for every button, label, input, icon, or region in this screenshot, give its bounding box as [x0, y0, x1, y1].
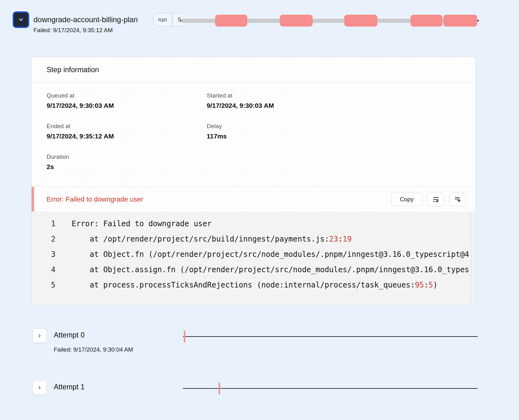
field-label: Started at: [207, 92, 461, 99]
step-info-fields: Queued at 9/17/2024, 9:30:03 AM Started …: [32, 83, 476, 187]
field-value: 9/17/2024, 9:35:12 AM: [47, 132, 207, 140]
line-text: Error: Failed to downgrade user: [72, 216, 212, 232]
field-label: Delay: [207, 123, 461, 130]
attempt-label: Attempt 1: [54, 383, 84, 391]
step-name: downgrade-account-billing-plan: [33, 14, 144, 26]
field-value: 9/17/2024, 9:30:03 AM: [207, 102, 461, 109]
field-label: Ended at: [47, 123, 207, 130]
timeline-end-marker: [477, 20, 479, 21]
expand-attempt-0-button[interactable]: [33, 329, 47, 343]
expand-attempt-1-button[interactable]: [33, 381, 47, 395]
attempt-failure-tick: [219, 382, 220, 394]
step-status: Failed: 9/17/2024, 9:35:12 AM: [33, 27, 144, 34]
scroll-to-bottom-button[interactable]: [449, 192, 466, 206]
timeline-step-block[interactable]: [443, 15, 477, 27]
timeline-step-block[interactable]: [280, 15, 313, 27]
attempt-timeline-line: [183, 336, 478, 337]
timeline-step-block[interactable]: [344, 15, 378, 27]
stack-trace-line: 1 Error: Failed to downgrade user: [32, 216, 476, 232]
field-ended-at: Ended at 9/17/2024, 9:35:12 AM: [47, 123, 207, 153]
attempt-row: Attempt 0 Failed: 9/17/2024, 9:30:04 AM: [0, 329, 519, 363]
line-number: 1: [32, 216, 57, 232]
line-text: at Object.fn (/opt/render/project/src/no…: [72, 247, 469, 262]
collapse-step-button[interactable]: [13, 11, 29, 28]
chevron-right-icon: [37, 385, 42, 390]
error-actions: Copy: [391, 192, 466, 206]
line-number: 5: [32, 278, 57, 293]
run-badge-label: run: [153, 16, 172, 23]
scroll-to-bottom-icon: [454, 196, 461, 203]
field-value: 2s: [47, 163, 207, 171]
attempt-status: Failed: 9/17/2024, 9:30:04 AM: [54, 346, 133, 353]
copy-button[interactable]: Copy: [391, 192, 422, 206]
attempt-timeline[interactable]: [183, 381, 478, 395]
field-value: 9/17/2024, 9:30:03 AM: [47, 102, 207, 109]
step-header: downgrade-account-billing-plan Failed: 9…: [33, 14, 144, 34]
attempt-timeline[interactable]: [183, 329, 478, 343]
run-timeline[interactable]: [181, 12, 478, 29]
field-value: 117ms: [207, 132, 461, 140]
field-started-at: Started at 9/17/2024, 9:30:03 AM: [207, 92, 461, 123]
chevron-down-icon: [18, 17, 24, 23]
field-duration: Duration 2s: [47, 153, 207, 184]
stack-trace-viewer[interactable]: 1 Error: Failed to downgrade user 2 at /…: [32, 212, 476, 305]
field-queued-at: Queued at 9/17/2024, 9:30:03 AM: [47, 92, 207, 123]
card-header: Step information: [32, 57, 476, 82]
chevron-right-icon: [37, 333, 42, 338]
timeline-step-block[interactable]: [411, 15, 442, 27]
field-label: Queued at: [47, 92, 207, 99]
code-scrollbar[interactable]: [471, 212, 475, 304]
line-text: at Object.assign.fn (/opt/render/project…: [72, 262, 469, 278]
attempt-failure-tick: [184, 331, 185, 342]
error-message: Error: Failed to downgrade user: [47, 195, 143, 203]
word-wrap-button[interactable]: [427, 192, 444, 206]
line-text: at process.processTicksAndRejections (no…: [72, 278, 437, 293]
line-number: 2: [32, 232, 57, 247]
error-header-row: Error: Failed to downgrade user Copy: [32, 187, 476, 212]
timeline-step-block[interactable]: [215, 15, 247, 27]
field-label: Duration: [47, 153, 207, 160]
line-text: at /opt/render/project/src/build/inngest…: [72, 232, 352, 247]
line-number: 3: [32, 247, 57, 262]
line-number: 4: [32, 262, 57, 278]
stack-trace-line: 3 at Object.fn (/opt/render/project/src/…: [32, 247, 476, 262]
error-accent-stripe: [32, 187, 34, 212]
attempt-timeline-line: [183, 388, 478, 389]
stack-trace-line: 2 at /opt/render/project/src/build/innge…: [32, 232, 476, 247]
step-information-card: Step information Queued at 9/17/2024, 9:…: [31, 57, 476, 305]
stack-trace-line: 4 at Object.assign.fn (/opt/render/proje…: [32, 262, 476, 278]
step-detail-page: downgrade-account-billing-plan Failed: 9…: [0, 0, 519, 420]
attempt-label: Attempt 0: [54, 331, 84, 339]
stack-trace-line: 5 at process.processTicksAndRejections (…: [32, 278, 476, 293]
word-wrap-icon: [432, 196, 440, 203]
attempt-row: Attempt 1: [0, 381, 519, 415]
card-title: Step information: [47, 66, 99, 74]
field-delay: Delay 117ms: [207, 123, 461, 153]
